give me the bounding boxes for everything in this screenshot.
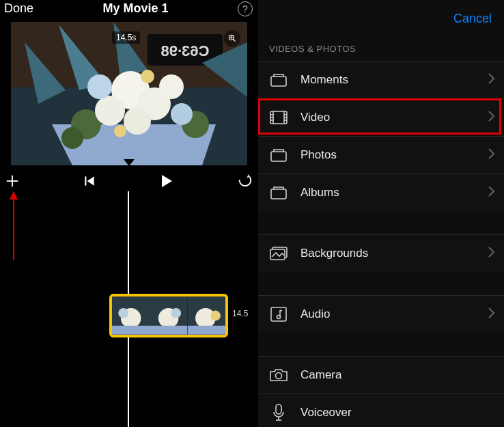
section-label-videos-photos: VIDEOS & PHOTOS <box>258 34 504 61</box>
svg-point-27 <box>118 308 128 318</box>
add-media-button[interactable] <box>4 173 20 189</box>
duration-badge: 14.5s <box>112 31 140 44</box>
transport-bar <box>0 165 258 193</box>
skip-start-button[interactable] <box>83 174 96 188</box>
row-label: Camera <box>300 368 494 382</box>
editor-header: Done My Movie 1 ? <box>0 0 258 20</box>
backgrounds-icon <box>269 247 288 260</box>
zoom-icon[interactable] <box>224 30 240 46</box>
row-backgrounds[interactable]: Backgrounds <box>258 234 504 272</box>
svg-point-15 <box>114 125 126 137</box>
editor-pane: Done My Movie 1 ? C63·98 <box>0 0 258 427</box>
row-label: Audio <box>300 307 488 321</box>
svg-point-5 <box>61 127 83 149</box>
chevron-right-icon <box>488 307 494 321</box>
chevron-right-icon <box>488 186 494 199</box>
chevron-right-icon <box>488 247 494 260</box>
svg-point-50 <box>276 373 282 379</box>
audio-icon <box>269 307 288 322</box>
photos-icon <box>269 148 288 162</box>
svg-point-11 <box>159 74 184 99</box>
svg-point-14 <box>141 70 154 83</box>
project-title: My Movie 1 <box>103 1 169 16</box>
svg-point-13 <box>171 103 193 125</box>
svg-point-33 <box>210 311 221 321</box>
svg-rect-22 <box>85 176 86 185</box>
row-video[interactable]: Video <box>258 98 504 136</box>
svg-point-12 <box>87 74 112 99</box>
row-label: Voiceover <box>300 406 494 419</box>
row-voiceover[interactable]: Voiceover <box>258 394 504 427</box>
svg-text:C63·98: C63·98 <box>161 42 210 59</box>
svg-point-30 <box>171 308 182 318</box>
media-picker-pane: Cancel VIDEOS & PHOTOS Moments Video Pho… <box>258 0 504 427</box>
picker-header: Cancel <box>258 0 504 34</box>
undo-button[interactable] <box>236 174 253 189</box>
row-camera[interactable]: Camera <box>258 356 504 394</box>
row-photos[interactable]: Photos <box>258 136 504 174</box>
chevron-right-icon <box>488 148 494 162</box>
svg-point-9 <box>95 96 125 126</box>
svg-point-49 <box>277 316 281 319</box>
row-label: Albums <box>300 186 488 199</box>
done-button[interactable]: Done <box>4 1 33 16</box>
row-label: Photos <box>300 148 488 162</box>
svg-rect-51 <box>276 404 281 414</box>
video-icon <box>269 111 288 124</box>
svg-rect-44 <box>271 152 286 161</box>
row-moments[interactable]: Moments <box>258 61 504 98</box>
cancel-button[interactable]: Cancel <box>453 12 492 26</box>
row-label: Moments <box>300 73 488 87</box>
clip-duration-label: 14.5 <box>232 309 248 318</box>
albums-icon <box>269 186 288 199</box>
svg-rect-45 <box>271 189 286 199</box>
camera-icon <box>269 368 288 382</box>
timeline[interactable]: 14.5 <box>0 191 258 427</box>
voiceover-icon <box>269 404 288 422</box>
row-label: Backgrounds <box>300 247 488 260</box>
playhead-pointer <box>124 159 135 165</box>
help-icon[interactable]: ? <box>238 1 253 16</box>
row-label: Video <box>300 111 488 124</box>
chevron-right-icon <box>488 73 494 87</box>
svg-line-17 <box>234 40 236 42</box>
timeline-clip[interactable] <box>109 294 228 338</box>
play-button[interactable] <box>158 173 174 189</box>
row-albums[interactable]: Albums <box>258 174 504 211</box>
chevron-right-icon <box>488 111 494 124</box>
row-audio[interactable]: Audio <box>258 295 504 333</box>
video-preview[interactable]: C63·98 14.5s <box>11 22 247 165</box>
svg-rect-34 <box>271 77 286 86</box>
moments-icon <box>269 73 288 87</box>
svg-point-10 <box>124 107 151 135</box>
